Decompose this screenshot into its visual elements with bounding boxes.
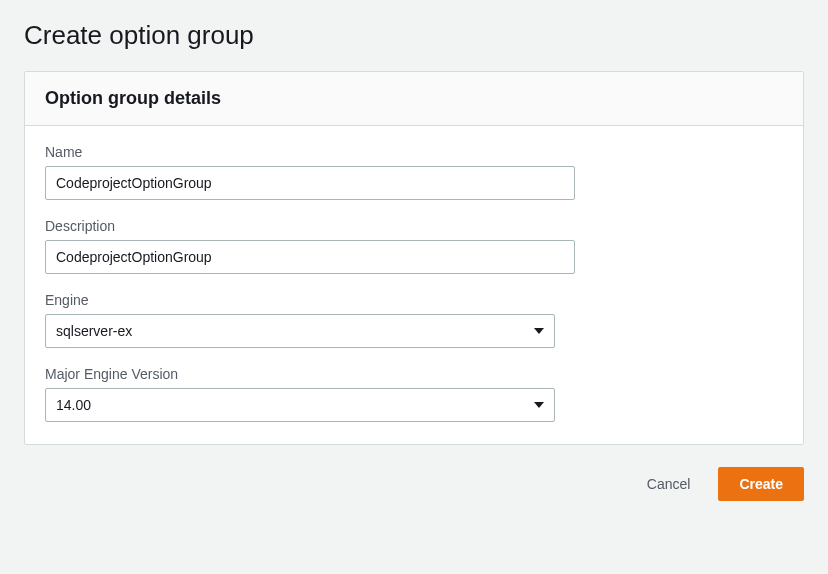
chevron-down-icon <box>534 402 544 408</box>
engine-field: Engine sqlserver-ex <box>45 292 783 348</box>
cancel-button[interactable]: Cancel <box>637 468 701 500</box>
panel-body: Name Description Engine sqlserver-ex Maj… <box>25 126 803 444</box>
major-engine-version-select[interactable]: 14.00 <box>45 388 555 422</box>
engine-select-value: sqlserver-ex <box>56 323 132 339</box>
major-engine-version-field: Major Engine Version 14.00 <box>45 366 783 422</box>
major-engine-version-select-value: 14.00 <box>56 397 91 413</box>
option-group-panel: Option group details Name Description En… <box>24 71 804 445</box>
description-field: Description <box>45 218 783 274</box>
major-engine-version-label: Major Engine Version <box>45 366 783 382</box>
name-input[interactable] <box>45 166 575 200</box>
panel-header: Option group details <box>25 72 803 126</box>
description-label: Description <box>45 218 783 234</box>
panel-title: Option group details <box>45 88 783 109</box>
name-field: Name <box>45 144 783 200</box>
name-label: Name <box>45 144 783 160</box>
chevron-down-icon <box>534 328 544 334</box>
page-title: Create option group <box>24 20 804 51</box>
create-button[interactable]: Create <box>718 467 804 501</box>
description-input[interactable] <box>45 240 575 274</box>
button-row: Cancel Create <box>24 467 804 501</box>
engine-label: Engine <box>45 292 783 308</box>
engine-select[interactable]: sqlserver-ex <box>45 314 555 348</box>
